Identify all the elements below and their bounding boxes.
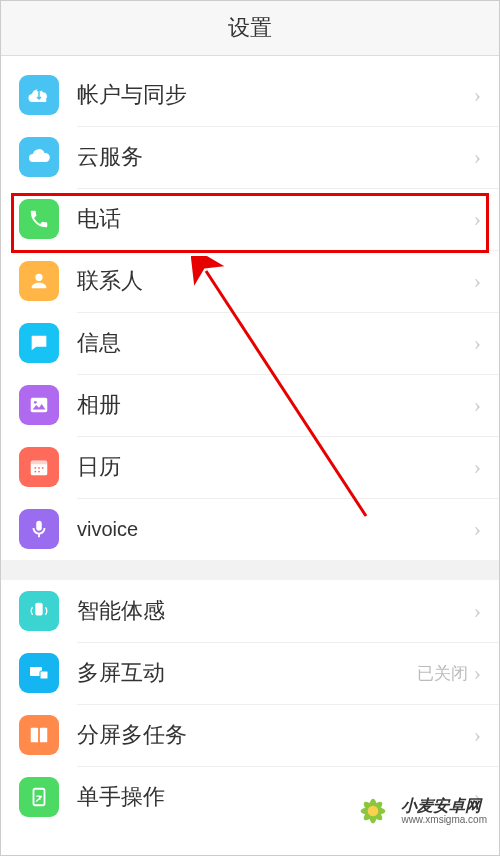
settings-item-phone[interactable]: 电话 › <box>1 188 499 250</box>
item-label: vivoice <box>77 518 474 541</box>
settings-item-messages[interactable]: 信息 › <box>1 312 499 374</box>
settings-list: 帐户与同步 › 云服务 › 电话 › 联系人 › <box>1 64 499 828</box>
watermark-url: www.xmsigma.com <box>401 814 487 825</box>
chevron-right-icon: › <box>474 454 481 480</box>
settings-group: 帐户与同步 › 云服务 › 电话 › 联系人 › <box>1 64 499 560</box>
settings-item-account-sync[interactable]: 帐户与同步 › <box>1 64 499 126</box>
svg-point-4 <box>34 467 36 469</box>
settings-item-cloud[interactable]: 云服务 › <box>1 126 499 188</box>
item-label: 智能体感 <box>77 596 474 626</box>
item-label: 分屏多任务 <box>77 720 474 750</box>
settings-item-vivoice[interactable]: vivoice › <box>1 498 499 560</box>
watermark: 小麦安卓网 www.xmsigma.com <box>351 789 487 833</box>
contacts-icon <box>19 261 59 301</box>
message-icon <box>19 323 59 363</box>
svg-rect-12 <box>31 728 38 743</box>
splitscreen-icon <box>19 715 59 755</box>
svg-point-7 <box>34 471 36 473</box>
settings-item-multiscreen[interactable]: 多屏互动 已关闭 › <box>1 642 499 704</box>
chevron-right-icon: › <box>474 268 481 294</box>
chevron-right-icon: › <box>474 660 481 686</box>
header: 设置 <box>1 1 499 56</box>
chevron-right-icon: › <box>474 206 481 232</box>
calendar-icon <box>19 447 59 487</box>
chevron-right-icon: › <box>474 392 481 418</box>
settings-item-calendar[interactable]: 日历 › <box>1 436 499 498</box>
item-label: 云服务 <box>77 142 474 172</box>
svg-point-5 <box>38 467 40 469</box>
svg-point-6 <box>42 467 44 469</box>
svg-rect-9 <box>35 603 42 616</box>
mic-icon <box>19 509 59 549</box>
svg-point-1 <box>34 401 37 404</box>
svg-rect-13 <box>40 728 47 743</box>
svg-rect-14 <box>34 789 45 806</box>
item-label: 日历 <box>77 452 474 482</box>
svg-point-20 <box>368 806 379 817</box>
item-label: 联系人 <box>77 266 474 296</box>
settings-item-splitscreen[interactable]: 分屏多任务 › <box>1 704 499 766</box>
item-label: 电话 <box>77 204 474 234</box>
chevron-right-icon: › <box>474 516 481 542</box>
svg-rect-3 <box>31 461 48 465</box>
phone-icon <box>19 199 59 239</box>
onehand-icon <box>19 777 59 817</box>
watermark-title: 小麦安卓网 <box>401 797 487 815</box>
item-label: 帐户与同步 <box>77 80 474 110</box>
photos-icon <box>19 385 59 425</box>
svg-point-8 <box>38 471 40 473</box>
item-label: 相册 <box>77 390 474 420</box>
svg-rect-11 <box>40 671 48 679</box>
chevron-right-icon: › <box>474 598 481 624</box>
svg-rect-0 <box>31 398 48 413</box>
watermark-logo-icon <box>351 789 395 833</box>
chevron-right-icon: › <box>474 144 481 170</box>
chevron-right-icon: › <box>474 82 481 108</box>
chevron-right-icon: › <box>474 722 481 748</box>
account-sync-icon <box>19 75 59 115</box>
settings-item-photos[interactable]: 相册 › <box>1 374 499 436</box>
multiscreen-icon <box>19 653 59 693</box>
cloud-icon <box>19 137 59 177</box>
settings-item-motion[interactable]: 智能体感 › <box>1 580 499 642</box>
item-label: 信息 <box>77 328 474 358</box>
item-label: 多屏互动 <box>77 658 417 688</box>
page-title: 设置 <box>228 13 272 43</box>
chevron-right-icon: › <box>474 330 481 356</box>
motion-icon <box>19 591 59 631</box>
item-value: 已关闭 <box>417 662 468 685</box>
settings-item-contacts[interactable]: 联系人 › <box>1 250 499 312</box>
